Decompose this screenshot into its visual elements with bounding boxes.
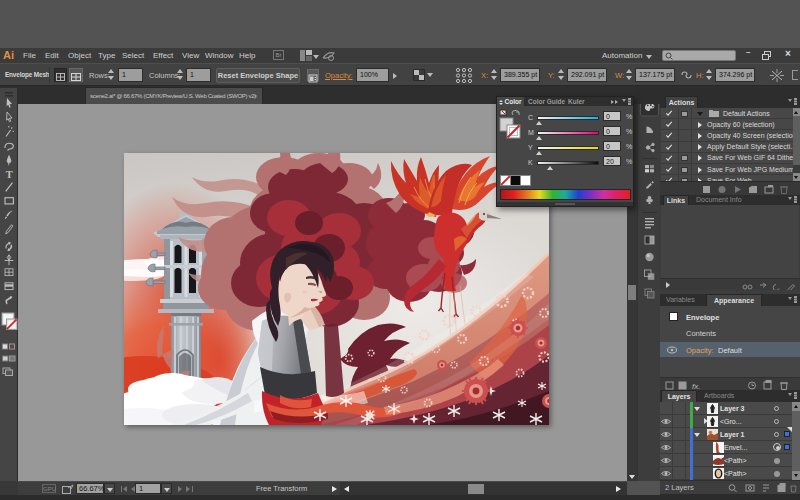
svg-text:T: T (6, 169, 13, 180)
